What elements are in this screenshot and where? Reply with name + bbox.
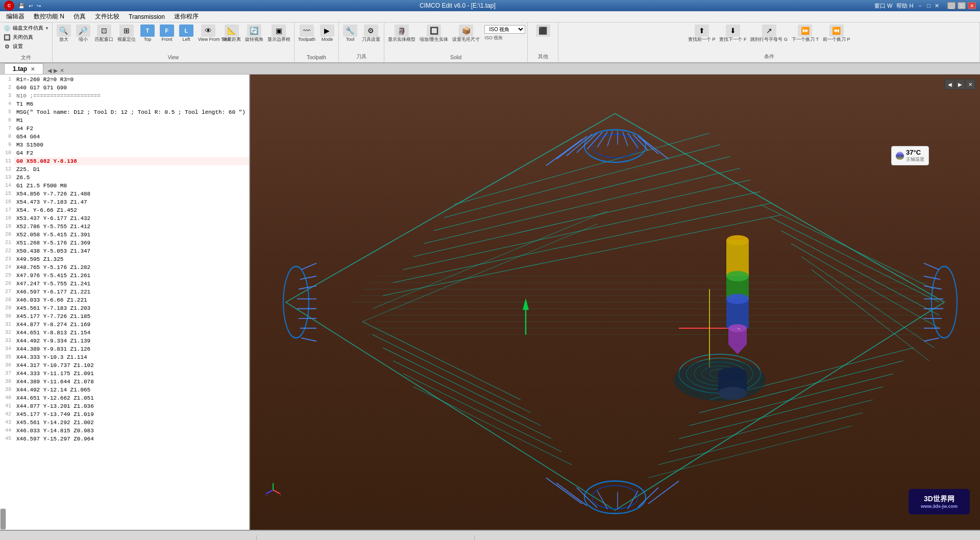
viewport-controls: ◀ ▶ ✕ [944,79,976,90]
main-area: 1R1=-260 R2=0 R3=02G40 G17 G71 G903N10 ;… [0,75,980,530]
temp-value: 37°C [906,149,924,156]
open-sim-btn[interactable]: 💿 磁盘文件仿真 ▼ [2,23,50,33]
code-line: 24X48.765 Y-5.176 Z1.282 [0,263,249,272]
vp-nav-right[interactable]: ▶ [955,80,965,89]
goto-line-icon: ↗ [762,24,776,37]
quick-access-undo[interactable]: ↩ [29,3,33,9]
code-line: 30X45.177 Y-7.726 Z1.185 [0,312,249,321]
measure-dist-btn[interactable]: 📐 测量距离 [221,23,242,43]
viewport[interactable]: ◀ ▶ ✕ 37°C 主轴温度 X Y Z [250,75,980,530]
svg-point-88 [726,271,749,281]
code-line: 17X54. Y-6.66 Z1.452 [0,206,249,214]
svg-line-66 [301,263,316,270]
svg-line-58 [556,483,587,506]
zoom-out-btn[interactable]: 🔎 缩小 [74,23,92,43]
thermometer-icon [896,152,904,160]
close-btn[interactable]: ✕ [968,2,976,9]
tab-1[interactable]: 1.tap ✕ [4,63,43,74]
svg-point-56 [592,485,638,509]
tool-settings-btn[interactable]: ⚙ 刀具设置 [360,23,382,43]
front-view-btn[interactable]: F Front [158,23,176,43]
title-bar: C 💾 ↩ ↪ CIMCO Edit v6.0 - [E:\1.tap] 窗口 … [0,0,980,11]
svg-line-28 [403,374,561,452]
view-group-label: View [168,55,179,61]
svg-marker-0 [286,113,944,510]
svg-line-67 [300,276,316,279]
vp-nav-left[interactable]: ◀ [945,80,954,89]
minimize-btn-extra[interactable]: － [917,2,923,10]
code-line: 34X44.389 Y-9.831 Z1.126 [0,345,249,353]
toolbar: 💿 磁盘文件仿真 ▼ 🔲 关闭仿真 ⚙ 设置 文件 🔍 放大 🔎 缩小 ⊡ [0,22,980,63]
find-next-btn[interactable]: ⬇ 查找下一个 F [718,23,748,43]
menu-cnc[interactable]: 数控功能 N [30,11,68,22]
code-line: 15X54.856 Y-7.726 Z1.488 [0,190,249,198]
solid-group-label: Solid [450,55,461,61]
svg-line-51 [628,133,638,148]
find-prev-btn[interactable]: ⬆ 查找前一个 P [687,23,717,43]
tab-nav-left[interactable]: ◀ [47,67,52,74]
code-content[interactable]: 1R1=-260 R2=0 R3=02G40 G17 G71 G903N10 ;… [0,75,249,508]
close-sim-btn[interactable]: 🔲 关闭仿真 [2,33,50,42]
restore-btn-extra[interactable]: □ [927,3,930,9]
match-window-btn[interactable]: ⊡ 匹配窗口 [93,23,115,43]
code-line: 2G40 G17 G71 G90 [0,84,249,92]
tab-close-all[interactable]: ✕ [60,67,64,74]
view-from-tool-btn[interactable]: 👁 View From Tool [197,23,220,43]
svg-line-106 [273,490,280,494]
next-tool-btn[interactable]: ⏩ 下一个换刀 T [790,23,820,43]
quick-access-save[interactable]: 💾 [18,3,24,9]
code-line: 21X51.268 Y-5.176 Z1.369 [0,239,249,247]
help-menu[interactable]: 帮助 H [896,2,913,10]
tool-settings-icon: ⚙ [364,24,378,37]
window-menu[interactable]: 窗口 W [874,2,892,10]
top-view-icon: T [140,24,155,37]
toolbar-view-group: 🔍 放大 🔎 缩小 ⊡ 匹配窗口 ⊞ 视窗定位 T Top F Front [53,22,295,62]
mode-btn[interactable]: ▶ Mode [318,23,336,43]
rotate-btn[interactable]: 🔄 旋转视角 [243,23,265,43]
set-size-btn[interactable]: 📦 设置毛坯尺寸 [451,23,481,43]
show-edge-btn[interactable]: ▣ 显示边界框 [266,23,292,43]
gen-solid-icon: 🔲 [427,24,441,37]
close-btn-extra[interactable]: ✕ [935,3,939,9]
scrollbar-thumb[interactable] [1,509,6,529]
quick-access-redo[interactable]: ↪ [37,3,41,9]
code-line: 5MSG(" Tool name: D12 ; Tool D: 12 ; Too… [0,108,249,116]
code-scrollbar[interactable] [0,508,6,530]
gen-solid-btn[interactable]: 🔲 缩放/重生实体 [418,23,450,43]
menu-mini[interactable]: 迷你程序 [170,11,203,22]
tab-nav-right[interactable]: ▶ [54,67,58,74]
menu-compare[interactable]: 文件比较 [91,11,124,22]
measure-dist-icon: 📐 [225,24,239,37]
zoom-in-btn[interactable]: 🔍 放大 [55,23,73,43]
other-btn1[interactable]: ⬛ [534,23,552,38]
svg-line-63 [638,487,658,507]
left-view-btn[interactable]: L Left [177,23,195,43]
code-line: 45X46.597 Y-15.297 Z0.964 [0,435,249,443]
toolbar-solid-group: 🗿 显示实体模型 🔲 缩放/重生实体 📦 设置毛坯尺寸 ISO 视角TopFro… [384,22,528,62]
prev-tool-btn[interactable]: ⏪ 前一个换刀 P [821,23,852,43]
adjust-pos-btn[interactable]: ⊞ 视窗定位 [116,23,137,43]
minimize-btn[interactable]: _ [947,2,955,9]
settings-btn[interactable]: ⚙ 设置 [2,42,50,51]
svg-line-22 [658,413,863,465]
tab-close-btn[interactable]: ✕ [31,66,35,72]
svg-text:Y: Y [272,482,275,483]
code-line: 33X44.492 Y-9.334 Z1.139 [0,337,249,345]
menu-transmission[interactable]: Transmission [125,12,169,21]
view-combo-select[interactable]: ISO 视角TopFrontLeftRightBottomBack [484,25,525,34]
menu-editor[interactable]: 编辑器 [2,11,29,22]
svg-point-102 [718,387,747,400]
show-solid-btn[interactable]: 🗿 显示实体模型 [386,23,417,43]
top-view-btn[interactable]: T Top [138,23,157,43]
svg-rect-86 [726,240,749,276]
toolpath-btn[interactable]: 〰 Toolpath [297,23,317,43]
code-line: 38X44.389 Y-11.644 Z1.078 [0,378,249,386]
svg-line-2 [444,145,720,218]
code-line: 27X46.597 Y-6.177 Z1.221 [0,288,249,296]
vp-close[interactable]: ✕ [966,80,975,89]
left-view-icon: L [179,24,193,37]
goto-line-btn[interactable]: ↗ 跳到行号字母号 G [749,23,789,43]
menu-sim[interactable]: 仿真 [69,11,90,22]
maximize-btn[interactable]: □ [958,2,966,9]
tool-btn[interactable]: 🔧 Tool [341,23,359,43]
